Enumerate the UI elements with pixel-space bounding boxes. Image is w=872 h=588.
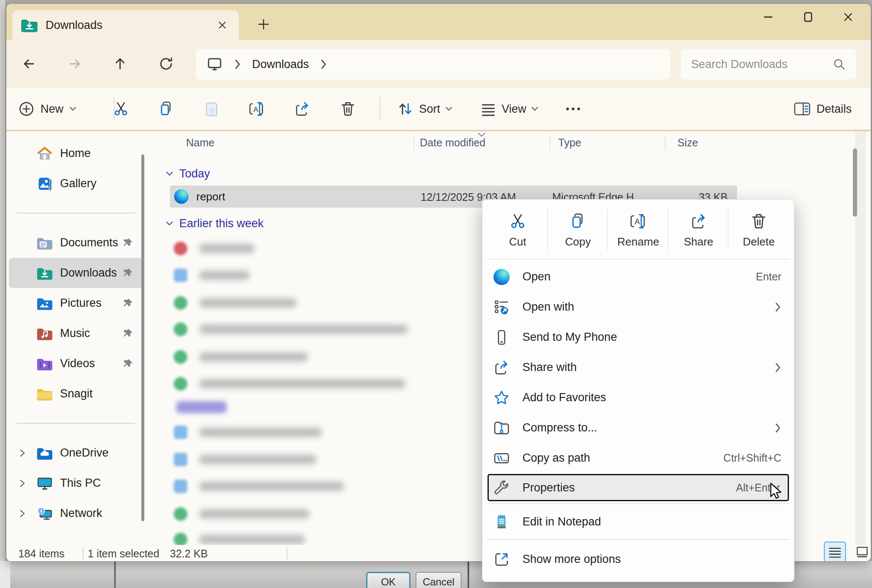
column-header-type[interactable]: Type	[558, 131, 581, 154]
column-separator[interactable]	[413, 137, 414, 150]
navigation-pane: Home Gallery Documents	[6, 131, 145, 545]
menu-item-compress-to[interactable]: Compress to...	[482, 413, 794, 443]
delete-button[interactable]	[330, 88, 366, 130]
column-header-size[interactable]: Size	[677, 131, 698, 154]
close-button[interactable]	[828, 4, 868, 30]
maximize-button[interactable]	[788, 4, 828, 30]
green-file-icon	[174, 350, 187, 364]
sidebar-item-home[interactable]: Home	[9, 138, 143, 168]
forward-button[interactable]	[62, 51, 88, 77]
menu-item-edit-in-notepad[interactable]: Edit in Notepad	[482, 507, 794, 537]
refresh-button[interactable]	[153, 51, 179, 77]
file-row-blurred[interactable]	[174, 374, 405, 394]
menu-item-properties[interactable]: Properties Alt+Enter	[488, 474, 789, 501]
more-options-button[interactable]	[558, 88, 588, 130]
thumbnail-view-toggle[interactable]	[851, 542, 871, 562]
sidebar-label: Music	[60, 327, 90, 340]
breadcrumb-downloads[interactable]: Downloads	[252, 58, 309, 71]
cut-button[interactable]	[103, 88, 139, 130]
green-file-icon	[174, 507, 187, 521]
share-button[interactable]	[284, 88, 321, 130]
rename-button[interactable]: A	[238, 88, 275, 130]
view-label: View	[502, 103, 526, 116]
file-row-blurred[interactable]	[174, 347, 308, 367]
tab-close-icon[interactable]	[214, 17, 230, 33]
file-list-scrollbar[interactable]	[855, 131, 866, 545]
up-button[interactable]	[107, 51, 133, 77]
ok-button[interactable]: OK	[366, 572, 410, 588]
sidebar-item-gallery[interactable]: Gallery	[9, 168, 143, 199]
menu-divider	[487, 259, 790, 260]
sidebar-label: Network	[60, 507, 102, 520]
copy-button[interactable]	[148, 88, 184, 130]
scrollbar-thumb[interactable]	[853, 148, 857, 217]
file-row-blurred[interactable]	[174, 529, 305, 545]
file-name: report	[196, 190, 225, 203]
menu-item-send-to-my-phone[interactable]: Send to My Phone	[482, 322, 794, 352]
accelerator: Ctrl+Shift+C	[723, 452, 781, 464]
sidebar-item-snagit[interactable]: Snagit	[9, 379, 143, 409]
file-row-blurred[interactable]	[174, 265, 250, 285]
sidebar-item-music[interactable]: Music	[9, 318, 143, 348]
menu-item-share-with[interactable]: Share with	[482, 352, 794, 382]
breadcrumb[interactable]: Downloads	[196, 49, 670, 80]
group-header-blurred[interactable]	[176, 401, 227, 413]
details-view-toggle[interactable]	[824, 542, 846, 562]
new-tab-button[interactable]	[253, 14, 274, 34]
back-button[interactable]	[16, 51, 42, 77]
expand-chevron-icon[interactable]	[17, 448, 27, 458]
sidebar-label: This PC	[60, 477, 101, 490]
search-input[interactable]: Search Downloads	[681, 49, 856, 80]
file-row-blurred[interactable]	[174, 476, 344, 497]
file-row-blurred[interactable]	[174, 238, 255, 259]
phone-icon	[493, 329, 511, 346]
file-row-blurred[interactable]	[174, 319, 408, 340]
file-row-blurred[interactable]	[174, 504, 310, 524]
sidebar-item-this-pc[interactable]: This PC	[9, 468, 143, 498]
new-button[interactable]: New	[18, 88, 103, 130]
blue-file-icon	[174, 268, 187, 282]
view-button[interactable]: View	[469, 88, 550, 130]
tab-downloads[interactable]: Downloads	[12, 10, 239, 40]
sidebar-item-downloads[interactable]: Downloads	[9, 258, 143, 288]
menu-item-open[interactable]: Open Enter	[482, 262, 794, 292]
menu-item-show-more-options[interactable]: Show more options	[482, 544, 794, 574]
rename-quick-button[interactable]: A Rename	[608, 204, 668, 257]
file-row-blurred[interactable]	[174, 449, 316, 470]
green-file-icon	[174, 296, 187, 310]
sidebar-item-videos[interactable]: Videos	[9, 348, 143, 379]
menu-item-open-with[interactable]: Open with	[482, 292, 794, 322]
delete-quick-button[interactable]: Delete	[729, 204, 789, 257]
menu-item-add-to-favorites[interactable]: Add to Favorites	[482, 382, 794, 413]
snagit-folder-icon	[36, 387, 53, 401]
column-separator[interactable]	[550, 137, 551, 150]
expand-chevron-icon[interactable]	[17, 479, 27, 488]
group-header-earlier-this-week[interactable]: Earlier this week	[166, 215, 264, 232]
menu-divider	[487, 539, 790, 540]
cut-quick-button[interactable]: Cut	[488, 204, 548, 257]
svg-text:A: A	[253, 105, 258, 114]
sort-button[interactable]: Sort	[386, 88, 463, 130]
sidebar-item-documents[interactable]: Documents	[9, 228, 143, 258]
column-header-date-modified[interactable]: Date modified	[420, 131, 485, 154]
minimize-button[interactable]	[748, 4, 788, 30]
cut-icon	[509, 212, 527, 230]
cancel-button[interactable]: Cancel	[416, 572, 462, 588]
sidebar-scrollbar[interactable]	[141, 154, 144, 521]
sidebar-item-network[interactable]: Network	[9, 498, 143, 528]
copy-icon	[569, 212, 587, 230]
paste-button[interactable]	[193, 88, 230, 130]
column-separator[interactable]	[665, 137, 665, 150]
file-row-blurred[interactable]	[174, 293, 297, 313]
tab-bar: Downloads	[6, 4, 871, 40]
details-pane-button[interactable]: Details	[782, 88, 863, 130]
file-row-blurred[interactable]	[174, 422, 322, 442]
copy-quick-button[interactable]: Copy	[548, 204, 608, 257]
expand-chevron-icon[interactable]	[17, 509, 27, 518]
share-quick-button[interactable]: Share	[668, 204, 729, 257]
sidebar-item-onedrive[interactable]: OneDrive	[9, 438, 143, 468]
group-header-today[interactable]: Today	[166, 165, 210, 182]
column-header-name[interactable]: Name	[186, 131, 215, 154]
sidebar-item-pictures[interactable]: Pictures	[9, 288, 143, 318]
menu-item-copy-as-path[interactable]: Copy as path Ctrl+Shift+C	[482, 443, 794, 473]
